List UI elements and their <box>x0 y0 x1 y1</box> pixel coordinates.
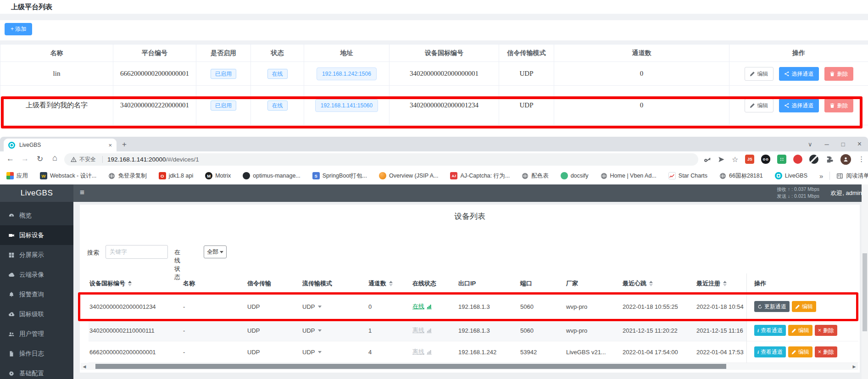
sort-icon[interactable] <box>649 281 653 286</box>
bookmark-star-icon[interactable]: ☆ <box>732 155 738 164</box>
column-header: 通道数 <box>554 45 729 62</box>
bookmark-item[interactable]: docsify <box>561 172 589 179</box>
maximize-button[interactable]: □ <box>841 141 845 148</box>
cell-enabled: 已启用 <box>196 86 251 125</box>
welcome-user[interactable]: 欢迎, admin <box>830 189 862 197</box>
delete-button[interactable]: ×删除 <box>815 325 837 336</box>
reading-list-button[interactable]: 阅读清单 <box>836 172 868 180</box>
reload-button[interactable]: ↻ <box>37 154 43 164</box>
sidebar-item-cloud-recording[interactable]: 云端录像 <box>0 265 73 284</box>
delete-button[interactable]: ×删除 <box>815 346 837 357</box>
status-link[interactable]: 在线 <box>412 302 432 311</box>
app-logo[interactable]: LiveGBS <box>0 184 73 202</box>
add-button[interactable]: + 添加 <box>5 23 32 35</box>
select-channel-button[interactable]: 选择通道 <box>779 99 819 112</box>
extension-grid-icon[interactable]: ∷ <box>777 155 786 164</box>
bookmark-item[interactable]: Home | Vben Ad... <box>601 173 657 179</box>
profile-avatar[interactable] <box>840 154 851 165</box>
sidebar-item-basic-config[interactable]: 基础配置 <box>0 363 73 379</box>
tab-search-icon[interactable]: ∨ <box>808 141 812 148</box>
update-channels-button[interactable]: 更新通道 <box>754 301 790 312</box>
bookmark-item[interactable]: Overview (JSIP A... <box>379 172 438 179</box>
bookmark-item[interactable]: optimus-manage... <box>243 172 300 179</box>
edit-button[interactable]: 编辑 <box>745 99 773 112</box>
cell-operations: 编辑 选择通道 删除 <box>729 62 868 86</box>
sidebar-toggle-icon[interactable]: ≡ <box>80 188 84 197</box>
bookmark-item[interactable]: MMotrix <box>205 172 231 179</box>
column-header[interactable]: 最近心跳 <box>622 273 696 294</box>
status-link[interactable]: 离线 <box>412 348 432 356</box>
close-button[interactable]: × <box>857 140 862 148</box>
view-channels-button[interactable]: i查看通道 <box>754 325 786 336</box>
edit-button[interactable]: 编辑 <box>792 301 816 312</box>
vertical-scrollbar[interactable] <box>862 184 868 379</box>
home-button[interactable]: ⌂ <box>52 153 57 163</box>
bookmarks-overflow-icon[interactable]: » <box>819 172 823 180</box>
cell-transport: UDP <box>499 86 554 125</box>
search-input[interactable] <box>106 245 168 259</box>
horizontal-scrollbar[interactable]: ◀ ▶ <box>81 363 858 370</box>
sort-icon[interactable] <box>128 281 132 286</box>
cell-stream-mode[interactable]: UDP <box>301 341 367 363</box>
password-key-icon[interactable] <box>704 156 711 163</box>
apps-shortcut[interactable]: 应用 <box>6 172 28 180</box>
bookmark-item[interactable]: AJAJ-Captcha: 行为... <box>450 172 510 180</box>
scrollbar-thumb[interactable] <box>95 364 726 369</box>
bookmark-item[interactable]: Ojdk1.8 api <box>159 172 194 179</box>
edit-button[interactable]: 编辑 <box>745 67 773 81</box>
divider <box>0 40 868 44</box>
cell-stream-mode[interactable]: UDP <box>301 294 367 320</box>
back-button[interactable]: ← <box>6 154 14 163</box>
sidebar-item-gb-cascade[interactable]: 国标级联 <box>0 304 73 324</box>
online-status-select[interactable]: 全部 <box>204 245 227 258</box>
bookmark-item[interactable]: Star Charts <box>668 172 707 179</box>
sidebar-item-gb-devices[interactable]: 国标设备 <box>0 225 73 245</box>
scrollbar-thumb[interactable] <box>862 253 867 331</box>
video-camera-icon <box>8 232 15 239</box>
cell-address: 192.168.1.141:15060 <box>304 86 389 125</box>
extension-motrix-icon[interactable]: oo <box>761 155 770 164</box>
new-tab-button[interactable]: + <box>122 140 127 149</box>
bookmark-item[interactable]: WWebstack - 设计... <box>40 172 96 180</box>
cell-stream-mode[interactable]: UDP <box>301 320 367 341</box>
edit-button[interactable]: 编辑 <box>788 325 812 336</box>
extension-adblock-icon[interactable] <box>793 155 802 164</box>
extensions-puzzle-icon[interactable] <box>825 155 834 163</box>
sidebar-item-user-management[interactable]: 用户管理 <box>0 324 73 344</box>
extension-dark-icon[interactable] <box>809 155 818 164</box>
bookmark-item[interactable]: LiveGBS <box>775 172 807 179</box>
column-header[interactable]: 最近注册 <box>696 273 746 294</box>
sidebar-item-operation-log[interactable]: 操作日志 <box>0 344 73 363</box>
column-header: 状态 <box>251 45 304 62</box>
select-channel-button[interactable]: 选择通道 <box>779 67 819 81</box>
minimize-button[interactable]: ─ <box>825 141 829 148</box>
scroll-left-icon[interactable]: ◀ <box>81 364 88 369</box>
column-header[interactable]: 设备国标编号 <box>89 273 182 294</box>
send-icon[interactable] <box>718 156 725 163</box>
sidebar-item-split-screen[interactable]: 分屏展示 <box>0 245 73 265</box>
delete-button[interactable]: 删除 <box>824 99 853 112</box>
sidebar-item-overview[interactable]: 概览 <box>0 206 73 225</box>
platform-table: 名称 平台编号 是否启用 状态 地址 设备国标编号 信令传输模式 通道数 操作 … <box>0 44 868 125</box>
tab-close-icon[interactable]: × <box>108 142 112 149</box>
browser-tab[interactable]: LiveGBS × <box>4 139 117 151</box>
sort-icon[interactable] <box>389 281 393 286</box>
sort-icon[interactable] <box>723 281 727 286</box>
sidebar-item-alarm-query[interactable]: 报警查询 <box>0 284 73 304</box>
bookmark-item[interactable]: 66国标28181 <box>719 172 763 180</box>
bookmark-item[interactable]: SSpringBoot打包... <box>312 172 367 180</box>
column-header: 出口IP <box>457 273 519 294</box>
bookmark-item[interactable]: 配色表 <box>522 172 549 180</box>
status-link[interactable]: 离线 <box>412 326 432 334</box>
column-header[interactable]: 通道数 <box>367 273 412 294</box>
view-channels-button[interactable]: i查看通道 <box>754 346 786 357</box>
address-bar[interactable]: 不安全 192.168.1.141:20000 /#/devices/1 <box>64 153 698 166</box>
extension-js-icon[interactable]: JS <box>745 155 754 164</box>
edit-button[interactable]: 编辑 <box>788 346 812 357</box>
forward-button[interactable]: → <box>21 154 29 163</box>
delete-button[interactable]: 删除 <box>824 67 853 81</box>
bookmark-item[interactable]: 免登录复制 <box>108 172 147 180</box>
scroll-right-icon[interactable]: ▶ <box>851 364 858 369</box>
column-header: 信令传输 <box>246 273 301 294</box>
browser-menu-icon[interactable]: ⋮ <box>858 155 865 163</box>
